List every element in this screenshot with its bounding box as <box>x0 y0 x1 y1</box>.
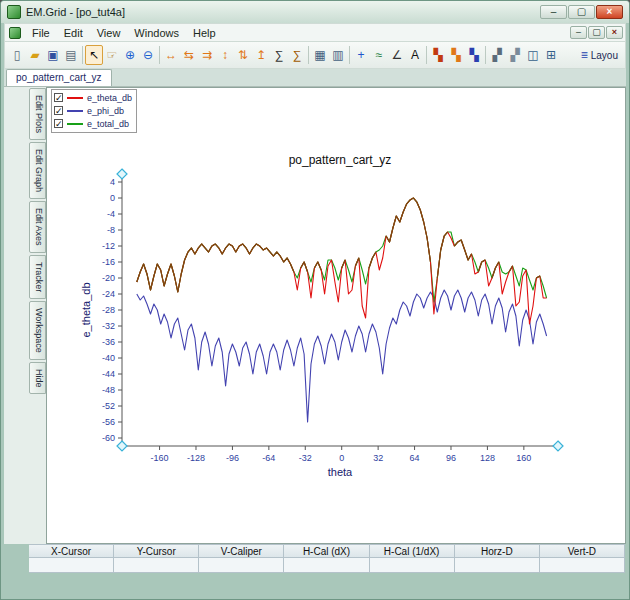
menu-item-file[interactable]: File <box>25 25 57 41</box>
document-icon <box>9 27 21 39</box>
icon-glyph: ⊖ <box>143 49 153 61</box>
icon-glyph: ↖ <box>89 49 99 61</box>
x-tick-label: 96 <box>446 453 456 463</box>
icon-glyph: ⇆ <box>184 49 194 61</box>
icon-glyph: ∠ <box>392 49 403 61</box>
y-tick-label: 4 <box>110 177 115 187</box>
x-tick-label: -128 <box>187 453 205 463</box>
icon-glyph: ⇉ <box>202 49 212 61</box>
fit-width-icon[interactable]: ↔ <box>162 45 180 65</box>
y-tick-label: -20 <box>102 273 115 283</box>
sum-upper-icon[interactable]: ∑ <box>270 45 288 65</box>
icon-glyph: ☞ <box>107 49 118 61</box>
print-icon[interactable]: ▤ <box>62 45 80 65</box>
x-tick-label: -64 <box>262 453 275 463</box>
status-header-row: X-CursorY-CursorV-CaliperH-Cal (dX)H-Cal… <box>29 544 625 558</box>
pan-left-right-icon[interactable]: ⇆ <box>180 45 198 65</box>
add-marker-icon[interactable]: + <box>352 45 370 65</box>
text-label-icon[interactable]: A <box>406 45 424 65</box>
y-tick-label: -24 <box>102 289 115 299</box>
y-tick-label: -4 <box>107 209 115 219</box>
pan-up-down-icon[interactable]: ⇅ <box>234 45 252 65</box>
window-title: EM.Grid - [po_tut4a] <box>26 6 540 18</box>
icon-glyph: A <box>411 49 419 61</box>
icon-glyph: ∑ <box>293 49 302 61</box>
menu-item-windows[interactable]: Windows <box>127 25 186 41</box>
x-tick-label: -96 <box>226 453 239 463</box>
legend-checkbox[interactable]: ✓ <box>54 106 63 115</box>
pan-hand-icon[interactable]: ☞ <box>103 45 121 65</box>
data-table-icon[interactable]: ▥ <box>329 45 347 65</box>
toolbar-icons: ▯▰▣▤↖☞⊕⊖↔⇆⇉↕⇅↥∑∑▦▥+≈∠A▚▚▚▞▞◫⊞ <box>8 42 560 68</box>
title-bar[interactable]: EM.Grid - [po_tut4a] – ▢ × <box>1 1 629 23</box>
side-tab-hide[interactable]: Hide <box>29 362 46 395</box>
zoom-out-icon[interactable]: ⊖ <box>139 45 157 65</box>
minimize-button[interactable]: – <box>540 5 567 19</box>
mdi-close-button[interactable]: × <box>606 26 623 39</box>
status-value-cell <box>29 558 114 573</box>
side-tab-tracker[interactable]: Tracker <box>29 255 46 299</box>
menu-item-help[interactable]: Help <box>186 25 223 41</box>
legend-row-e_phi_db: ✓ e_phi_db <box>54 104 132 117</box>
side-tab-edit-plots[interactable]: Edit Plots <box>29 88 46 140</box>
sum-lower-icon[interactable]: ∑ <box>288 45 306 65</box>
page-right-icon[interactable]: ⇉ <box>198 45 216 65</box>
legend-color-line <box>67 110 83 112</box>
fit-height-icon[interactable]: ↕ <box>216 45 234 65</box>
curve-fit-icon[interactable]: ≈ <box>370 45 388 65</box>
side-tab-workspace[interactable]: Workspace <box>29 301 46 360</box>
maximize-button[interactable]: ▢ <box>568 5 595 19</box>
icon-glyph: ▥ <box>332 49 343 61</box>
select-arrow-icon[interactable]: ↖ <box>85 45 103 65</box>
grid-icon[interactable]: ▦ <box>311 45 329 65</box>
legend-checkbox[interactable]: ✓ <box>54 93 63 102</box>
axis-handle[interactable] <box>117 441 127 451</box>
y-tick-label: -48 <box>102 385 115 395</box>
mdi-minimize-button[interactable]: – <box>570 26 587 39</box>
plot-canvas[interactable]: ✓ e_theta_db ✓ e_phi_db ✓ e_total_db 40-… <box>46 87 626 544</box>
overlay-grid-icon[interactable]: ▞ <box>506 45 524 65</box>
workspace: Edit PlotsEdit GraphEdit AxesTrackerWork… <box>4 87 626 544</box>
menu-item-view[interactable]: View <box>90 25 128 41</box>
plot-style-orange-icon[interactable]: ▚ <box>447 45 465 65</box>
save-icon[interactable]: ▣ <box>44 45 62 65</box>
series-overlap <box>342 260 345 268</box>
autoscale-icon[interactable]: ↥ <box>252 45 270 65</box>
x-tick-label: 128 <box>480 453 495 463</box>
series-overlap <box>355 258 358 266</box>
menu-item-edit[interactable]: Edit <box>57 25 90 41</box>
status-column-header: X-Cursor <box>29 544 114 558</box>
new-doc-icon[interactable]: ▯ <box>8 45 26 65</box>
legend-label: e_theta_db <box>87 93 132 103</box>
close-button[interactable]: × <box>596 5 623 19</box>
window-buttons: – ▢ × <box>540 5 623 19</box>
split-view-icon[interactable]: ◫ <box>524 45 542 65</box>
axis-handle[interactable] <box>553 441 563 451</box>
tab-po_pattern_cart_yz[interactable]: po_pattern_cart_yz <box>6 69 112 86</box>
mdi-window-buttons: – ▢ × <box>570 26 623 39</box>
chart[interactable]: 40-4-8-12-16-20-24-28-32-36-40-44-48-52-… <box>76 152 616 482</box>
side-tab-edit-graph[interactable]: Edit Graph <box>29 142 46 199</box>
y-tick-label: -44 <box>102 369 115 379</box>
y-axis-label: e_theta_db <box>80 282 92 337</box>
zoom-in-icon[interactable]: ⊕ <box>121 45 139 65</box>
y-tick-label: -60 <box>102 433 115 443</box>
legend-color-line <box>67 123 83 125</box>
plot-style-blue-icon[interactable]: ▚ <box>465 45 483 65</box>
plot-style-red-icon[interactable]: ▚ <box>429 45 447 65</box>
side-tab-edit-axes[interactable]: Edit Axes <box>29 201 46 253</box>
layout-button[interactable]: ≡ Layou <box>577 45 622 65</box>
overlay-half-icon[interactable]: ▞ <box>488 45 506 65</box>
axis-handle[interactable] <box>117 169 127 179</box>
expand-view-icon[interactable]: ⊞ <box>542 45 560 65</box>
series-overlap <box>478 260 485 272</box>
legend-checkbox[interactable]: ✓ <box>54 119 63 128</box>
x-axis-label: theta <box>328 466 353 478</box>
angle-measure-icon[interactable]: ∠ <box>388 45 406 65</box>
layout-button-label: Layou <box>591 50 618 61</box>
icon-glyph: ⊞ <box>546 49 556 61</box>
icon-glyph: ↥ <box>256 49 266 61</box>
mdi-restore-button[interactable]: ▢ <box>588 26 605 39</box>
icon-glyph: ▚ <box>433 49 442 61</box>
open-folder-icon[interactable]: ▰ <box>26 45 44 65</box>
